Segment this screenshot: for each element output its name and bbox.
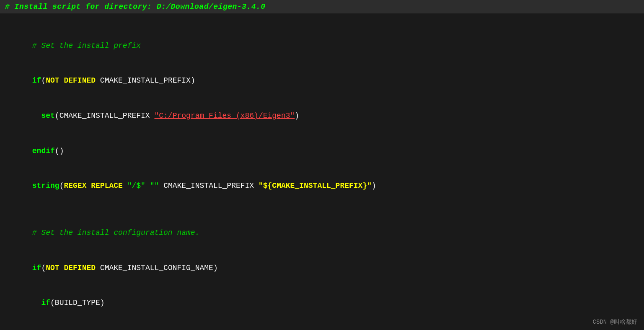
empty-line-2 (2, 204, 642, 216)
if-keyword: if (32, 76, 41, 85)
comment-config-name: # Set the install configuration name. (2, 216, 642, 251)
prefix-value: "C:/Program Files (x86)/Eigen3" (154, 112, 295, 120)
comment-text-1: # Set the install prefix (32, 42, 141, 50)
line-string-regex-2: string(REGEX REPLACE "^[^A-Za-z0-9_]+" "… (2, 321, 642, 330)
set-keyword: set (41, 112, 54, 120)
cmake-var-1: "${CMAKE_INSTALL_PREFIX}" (259, 182, 372, 190)
code-container: # Install script for directory: D:/Downl… (0, 0, 644, 330)
regex-replace-1: REGEX REPLACE (64, 182, 122, 190)
if-keyword-2: if (32, 264, 41, 272)
line-endif-1: endif() (2, 134, 642, 169)
comment-install-prefix: # Set the install prefix (2, 29, 642, 64)
line-if-build-type: if(BUILD_TYPE) (2, 286, 642, 321)
string-keyword-1: string (32, 182, 59, 190)
if-keyword-3: if (41, 299, 50, 307)
title-bar: # Install script for directory: D:/Downl… (0, 0, 644, 13)
endif-keyword-1: endif (32, 147, 55, 155)
line-set-prefix: set(CMAKE_INSTALL_PREFIX "C:/Program Fil… (2, 99, 642, 134)
comment-text-2: # Set the install configuration name. (32, 229, 200, 237)
empty-line-1 (2, 17, 642, 29)
code-body: # Set the install prefix if(NOT DEFINED … (0, 13, 644, 330)
title-text: # Install script for directory: D:/Downl… (5, 3, 266, 11)
line-if-not-defined: if(NOT DEFINED CMAKE_INSTALL_PREFIX) (2, 64, 642, 99)
line-if-config: if(NOT DEFINED CMAKE_INSTALL_CONFIG_NAME… (2, 251, 642, 286)
not-defined-2: NOT DEFINED (46, 264, 96, 272)
not-defined-keyword: NOT DEFINED (46, 76, 96, 85)
watermark: CSDN @叫啥都好 (593, 318, 637, 326)
line-string-regex-1: string(REGEX REPLACE "/$" "" CMAKE_INSTA… (2, 169, 642, 204)
